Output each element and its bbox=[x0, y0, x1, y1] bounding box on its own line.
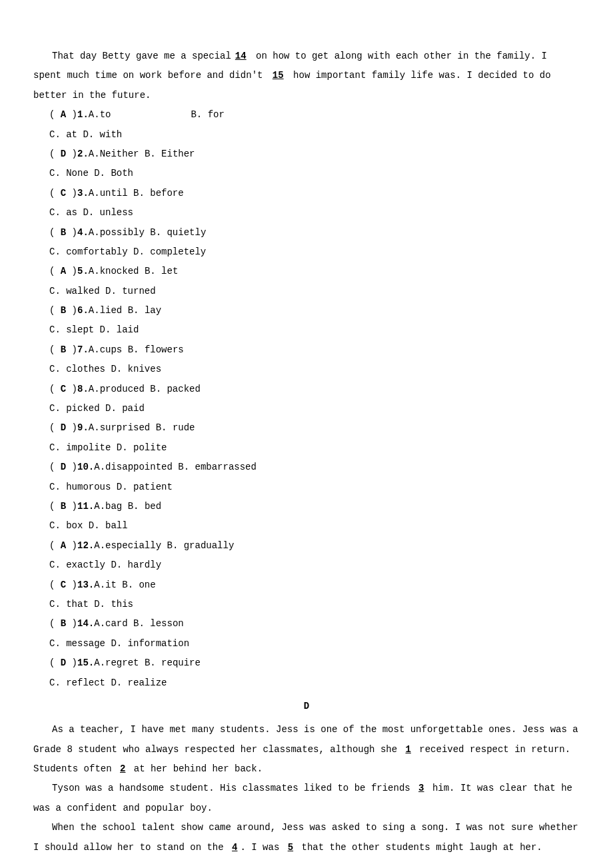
option-a: A.regret bbox=[94, 657, 139, 668]
option-cd: C. message D. information bbox=[49, 638, 189, 649]
option-b: B. packed bbox=[150, 384, 201, 394]
question-row-cd: C. at D. with bbox=[49, 125, 580, 145]
option-cd: C. at D. with bbox=[49, 129, 122, 140]
question-row-cd: C. None D. Both bbox=[49, 164, 580, 183]
option-b: B. bed bbox=[128, 501, 161, 512]
question-row-cd: C. box D. ball bbox=[49, 516, 580, 536]
option-cd: C. humorous D. patient bbox=[49, 482, 173, 492]
answer-letter: D bbox=[61, 422, 66, 433]
option-cd: C. as D. unless bbox=[49, 207, 133, 218]
question-row-cd: C. reflect D. realize bbox=[49, 673, 580, 693]
question-number: 3. bbox=[77, 188, 89, 199]
option-cd: C. slept D. laid bbox=[49, 324, 139, 335]
option-b: B. Either bbox=[145, 149, 195, 159]
answer-letter: B bbox=[61, 618, 66, 629]
question-number: 4. bbox=[77, 227, 89, 238]
question-number: 12. bbox=[77, 540, 94, 551]
blank-d3: 3 bbox=[416, 783, 426, 793]
question-row: ( B )14.A.card B. lesson bbox=[49, 614, 580, 634]
option-cd: C. clothes D. knives bbox=[49, 364, 161, 374]
question-number: 7. bbox=[77, 344, 89, 355]
answer-letter: B bbox=[61, 344, 66, 355]
blank-d1: 1 bbox=[403, 744, 414, 755]
question-row: ( B )6.A.lied B. lay bbox=[49, 301, 580, 320]
option-a: A.cups bbox=[89, 344, 122, 355]
question-row-cd: C. message D. information bbox=[49, 634, 580, 653]
section-d-para1: As a teacher, I have met many students. … bbox=[33, 720, 580, 779]
answer-letter: D bbox=[61, 462, 66, 472]
option-a: A.it bbox=[94, 580, 117, 590]
answer-letter: A bbox=[61, 540, 66, 551]
option-a: A.knocked bbox=[89, 266, 139, 276]
option-b: B. gradually bbox=[167, 540, 234, 551]
question-row: ( D )9.A.surprised B. rude bbox=[49, 418, 580, 438]
option-b: B. one bbox=[122, 580, 155, 590]
answer-letter: B bbox=[61, 501, 66, 512]
section-d-para2: Tyson was a handsome student. His classm… bbox=[33, 779, 580, 818]
question-row: ( B )4.A.possibly B. quietly bbox=[49, 223, 580, 242]
option-a: A.until bbox=[89, 188, 128, 199]
option-b: B. embarrassed bbox=[178, 462, 257, 472]
blank-d2: 2 bbox=[117, 763, 128, 774]
option-b: B. before bbox=[133, 188, 184, 199]
text: that the other students might laugh at h… bbox=[302, 842, 542, 853]
option-b: B. flowers bbox=[128, 344, 184, 355]
answer-letter: D bbox=[61, 657, 66, 668]
question-row: ( A )1.A.toB. for bbox=[49, 105, 580, 125]
question-row-cd: C. exactly D. hardly bbox=[49, 556, 580, 575]
question-row-cd: C. picked D. paid bbox=[49, 399, 580, 418]
blank-15: 15 bbox=[269, 70, 288, 81]
option-a: A.Neither bbox=[89, 149, 139, 159]
answer-letter: A bbox=[61, 266, 66, 276]
question-row-cd: C. comfortably D. completely bbox=[49, 242, 580, 262]
option-a: A.surprised bbox=[89, 422, 150, 433]
question-row: ( D )10.A.disappointed B. embarrassed bbox=[49, 458, 580, 477]
text: . I was bbox=[240, 842, 285, 853]
question-number: 2. bbox=[77, 149, 89, 159]
question-row-cd: C. clothes D. knives bbox=[49, 360, 580, 379]
option-cd: C. impolite D. polite bbox=[49, 442, 167, 453]
question-number: 15. bbox=[77, 657, 94, 668]
option-cd: C. reflect D. realize bbox=[49, 677, 167, 688]
text: Tyson was a handsome student. His classm… bbox=[52, 783, 416, 793]
question-row: ( D )15.A.regret B. require bbox=[49, 653, 580, 673]
question-row-cd: C. humorous D. patient bbox=[49, 478, 580, 497]
option-a: A.to bbox=[89, 109, 111, 120]
question-row: ( B )11.A.bag B. bed bbox=[49, 497, 580, 516]
option-cd: C. picked D. paid bbox=[49, 403, 145, 414]
option-cd: C. box D. ball bbox=[49, 520, 128, 531]
question-number: 13. bbox=[77, 580, 94, 590]
section-d-para3: When the school talent show came around,… bbox=[33, 818, 580, 857]
question-row: ( B )7.A.cups B. flowers bbox=[49, 340, 580, 360]
question-row-cd: C. impolite D. polite bbox=[49, 438, 580, 458]
question-row: ( C )13.A.it B. one bbox=[49, 576, 580, 595]
answer-letter: B bbox=[61, 305, 66, 316]
question-row: ( C )3.A.until B. before bbox=[49, 184, 580, 203]
option-cd: C. that D. this bbox=[49, 599, 133, 610]
answer-letter: D bbox=[61, 149, 66, 159]
text: That day Betty gave me a special bbox=[52, 51, 231, 61]
option-a: A.especially bbox=[94, 540, 161, 551]
question-row: ( A )12.A.especially B. gradually bbox=[49, 536, 580, 556]
question-row-cd: C. slept D. laid bbox=[49, 320, 580, 340]
option-a: A.lied bbox=[89, 305, 122, 316]
answer-letter: B bbox=[61, 227, 66, 238]
answer-letter: C bbox=[61, 580, 66, 590]
option-a: A.produced bbox=[89, 384, 145, 394]
passage-c-para: That day Betty gave me a special14 on ho… bbox=[33, 47, 580, 105]
option-a: A.disappointed bbox=[94, 462, 173, 472]
section-d-header: D bbox=[33, 697, 580, 716]
answer-letter: C bbox=[61, 384, 66, 394]
option-b: B. quietly bbox=[150, 227, 206, 238]
option-b: B. require bbox=[145, 657, 201, 668]
question-number: 14. bbox=[77, 618, 94, 629]
option-b: B. for bbox=[191, 109, 224, 120]
option-b: B. rude bbox=[156, 422, 195, 433]
option-cd: C. walked D. turned bbox=[49, 286, 156, 296]
questions-c: ( A )1.A.toB. forC. at D. with( D )2.A.N… bbox=[49, 105, 580, 693]
option-a: A.bag bbox=[94, 501, 122, 512]
question-row: ( D )2.A.Neither B. Either bbox=[49, 145, 580, 164]
option-b: B. lay bbox=[128, 305, 161, 316]
question-number: 8. bbox=[77, 384, 89, 394]
option-b: B. let bbox=[145, 266, 178, 276]
